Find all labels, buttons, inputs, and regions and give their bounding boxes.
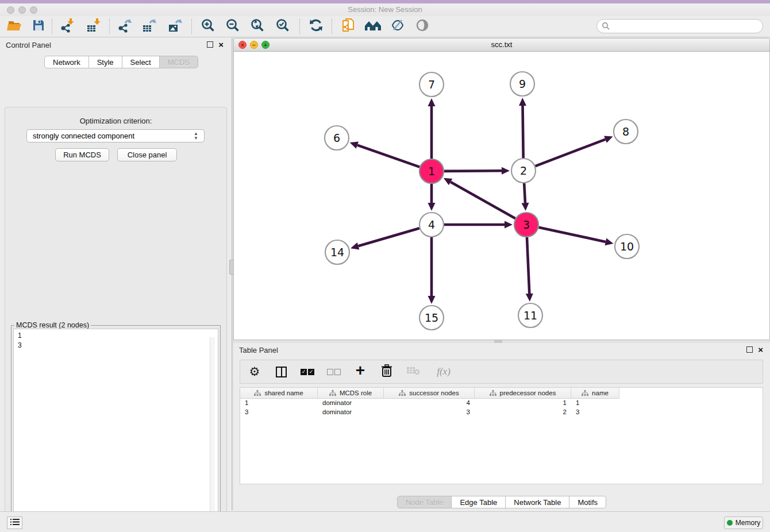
save-session-button[interactable] (30, 18, 47, 34)
show-columns-button[interactable] (274, 364, 288, 379)
graph-node-14[interactable]: 14 (325, 240, 349, 264)
import-table-button[interactable] (85, 18, 102, 34)
graph-node-3[interactable]: 3 (514, 213, 538, 237)
close-panel-icon[interactable]: × (218, 41, 224, 48)
table-row[interactable]: 3dominator323 (240, 408, 763, 417)
graph-node-1[interactable]: 1 (419, 159, 444, 183)
refresh-icon (309, 18, 324, 35)
graph-edge[interactable] (428, 237, 436, 304)
table-cell[interactable]: 3 (240, 408, 318, 417)
first-neighbors-button[interactable] (363, 18, 383, 34)
list-icon (10, 518, 20, 528)
zoom-in-button[interactable] (199, 18, 217, 34)
table-cell[interactable]: 4 (384, 399, 475, 408)
graph-node-2[interactable]: 2 (511, 159, 536, 183)
graph-edge[interactable] (428, 184, 436, 211)
column-header-predecessor-nodes[interactable]: predecessor nodes (475, 388, 571, 399)
float-panel-icon[interactable] (746, 346, 753, 353)
optimization-criterion-label: Optimization criterion: (5, 117, 226, 125)
graph-node-7[interactable]: 7 (419, 72, 444, 97)
tab-network-table[interactable]: Network Table (506, 496, 569, 508)
deselect-all-button[interactable] (326, 364, 341, 379)
table-cell[interactable]: 3 (384, 408, 475, 417)
select-all-button[interactable]: ✓ ✓ (300, 364, 315, 379)
open-folder-icon (7, 18, 22, 35)
graph-edge[interactable] (519, 98, 526, 158)
task-history-button[interactable] (7, 516, 22, 529)
table-cell[interactable]: 1 (571, 399, 619, 408)
graph-edge[interactable] (444, 178, 515, 218)
new-network-from-selection-button[interactable] (340, 18, 357, 34)
graph-node-6[interactable]: 6 (325, 126, 349, 150)
export-network-button[interactable] (116, 18, 133, 34)
close-panel-icon[interactable]: × (758, 346, 763, 353)
select-stepper-icon: ▲▼ (194, 132, 198, 141)
close-panel-button[interactable]: Close panel (117, 148, 177, 161)
import-network-button[interactable] (59, 18, 76, 34)
tab-node-table[interactable]: Node Table (397, 496, 452, 508)
tab-edge-table[interactable]: Edge Table (452, 496, 506, 508)
table-cell[interactable]: dominator (318, 399, 384, 408)
table-settings-button[interactable]: ⚙ (247, 364, 262, 379)
table-cell[interactable]: dominator (318, 408, 384, 417)
svg-text:4: 4 (428, 218, 435, 231)
network-window-titlebar[interactable]: × − + scc.txt (234, 38, 769, 52)
graph-edge[interactable] (444, 167, 510, 175)
column-header-name[interactable]: name (571, 388, 619, 399)
graph-node-11[interactable]: 11 (518, 303, 542, 327)
zoom-out-button[interactable] (224, 18, 241, 34)
graph-edge[interactable] (428, 98, 436, 159)
zoom-selected-button[interactable] (274, 18, 291, 34)
network-canvas[interactable]: 1234678910111415 (234, 52, 769, 340)
export-table-button[interactable] (141, 18, 158, 34)
table-toolbar: ⚙ ✓ ✓ + f(x) (240, 360, 763, 384)
column-header-shared-name[interactable]: shared name (240, 388, 318, 399)
table-cell[interactable]: 1 (475, 399, 571, 408)
graph-node-10[interactable]: 10 (615, 234, 639, 259)
table-cell[interactable]: 1 (240, 399, 318, 408)
open-session-button[interactable] (6, 18, 23, 34)
mcds-result-list[interactable]: 1 3 (13, 329, 218, 532)
add-row-button[interactable]: + (353, 364, 368, 379)
graph-node-9[interactable]: 9 (510, 72, 534, 96)
graph-node-8[interactable]: 8 (614, 119, 638, 144)
tab-style[interactable]: Style (89, 56, 122, 68)
tab-network[interactable]: Network (44, 56, 89, 68)
graph-edge[interactable] (350, 141, 420, 167)
show-details-button[interactable] (414, 18, 431, 34)
optimization-criterion-select[interactable]: strongly connected component ▲▼ (26, 129, 205, 142)
table-cell[interactable]: 2 (475, 408, 571, 417)
tab-select[interactable]: Select (122, 56, 160, 68)
memory-button[interactable]: Memory (724, 516, 763, 529)
memory-label: Memory (736, 519, 760, 527)
graph-edge[interactable] (538, 228, 613, 246)
delete-row-button[interactable] (379, 364, 394, 379)
graph-edge[interactable] (444, 221, 513, 229)
graph-node-4[interactable]: 4 (419, 213, 444, 237)
graph-edge[interactable] (536, 136, 613, 166)
search-box[interactable] (596, 19, 763, 33)
refresh-button[interactable] (307, 18, 325, 34)
graph-edge[interactable] (521, 183, 529, 211)
table-cell[interactable]: 3 (571, 408, 619, 417)
scrollbar[interactable] (210, 337, 215, 532)
columns-icon (276, 367, 287, 377)
zoom-fit-button[interactable] (249, 18, 266, 34)
column-header-successor-nodes[interactable]: successor nodes (384, 388, 475, 399)
table-tabs: Node Table Edge Table Network Table Moti… (233, 496, 770, 508)
graph-edge[interactable] (526, 237, 533, 302)
tab-motifs[interactable]: Motifs (569, 496, 606, 508)
table-row[interactable]: 1dominator411 (240, 399, 763, 408)
export-image-button[interactable] (167, 18, 184, 34)
mcds-tab-content: Optimization criterion: strongly connect… (5, 107, 227, 532)
tab-mcds[interactable]: MCDS (160, 56, 198, 68)
run-mcds-button[interactable]: Run MCDS (55, 148, 109, 161)
zoom-selected-icon (275, 18, 290, 35)
graph-edge[interactable] (351, 228, 419, 249)
column-header-MCDS-role[interactable]: MCDS role (318, 388, 384, 399)
zoom-out-icon (225, 18, 240, 35)
graph-node-15[interactable]: 15 (419, 306, 444, 330)
hide-details-button[interactable] (389, 18, 406, 34)
float-panel-icon[interactable] (207, 41, 213, 48)
search-input[interactable] (610, 22, 763, 30)
